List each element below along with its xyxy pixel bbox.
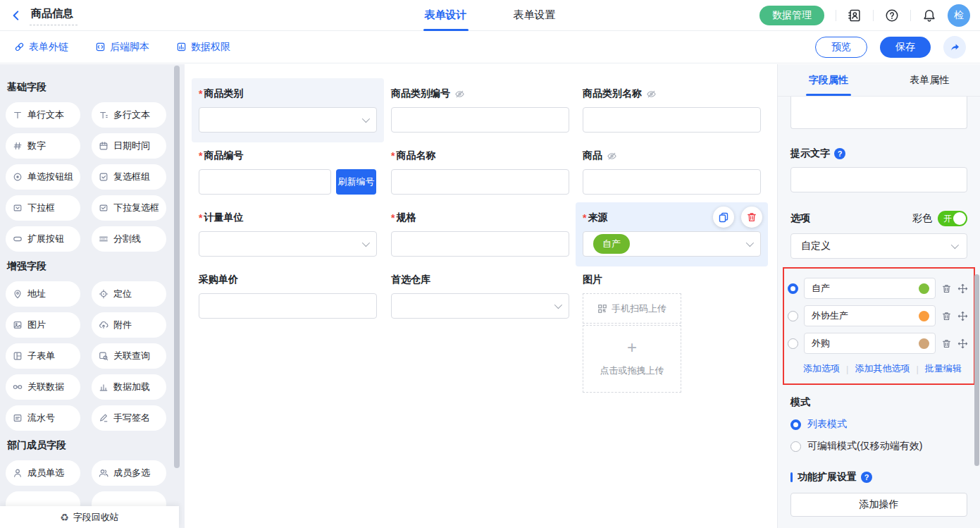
sidebar-item-signature[interactable]: 手写签名	[92, 405, 166, 431]
field-spec[interactable]: *规格	[384, 202, 576, 266]
form-title[interactable]: 商品信息	[30, 6, 77, 25]
share-icon[interactable]	[943, 36, 966, 59]
hint-text-input[interactable]	[790, 167, 967, 192]
sidebar-item-datetime[interactable]: 日期时间	[92, 133, 166, 159]
option-input[interactable]: 外协生产	[804, 305, 936, 326]
add-option-link[interactable]: 添加选项	[803, 362, 840, 375]
refresh-code-button[interactable]: 刷新编号	[336, 169, 376, 195]
mode-list[interactable]: 列表模式	[790, 418, 967, 431]
option-color-dot[interactable]	[919, 338, 929, 349]
warehouse-select[interactable]	[391, 293, 569, 319]
field-product[interactable]: 商品	[576, 140, 768, 204]
move-icon[interactable]	[957, 283, 968, 294]
notification-bell-icon[interactable]	[922, 8, 936, 23]
tab-form-design[interactable]: 表单设计	[425, 0, 467, 31]
trash-icon[interactable]	[941, 311, 952, 321]
product-code-input[interactable]	[199, 169, 331, 195]
unit-select[interactable]	[199, 231, 377, 257]
sidebar-item-linked-query[interactable]: 关联查询	[92, 343, 166, 369]
option-color-dot[interactable]	[919, 283, 929, 294]
sidebar-item-extend-button[interactable]: 扩展按钮	[6, 226, 80, 252]
sidebar-item-dropdown[interactable]: 下拉框	[6, 195, 80, 221]
sidebar-item-address[interactable]: 地址	[6, 281, 80, 307]
sidebar-item-number[interactable]: 数字	[6, 133, 80, 159]
data-permission-link[interactable]: 数据权限	[176, 41, 230, 54]
option-radio[interactable]	[788, 338, 798, 349]
data-manage-button[interactable]: 数据管理	[759, 6, 824, 25]
field-category-code[interactable]: 商品类别编号	[384, 78, 576, 142]
category-select[interactable]	[199, 107, 377, 133]
spec-input[interactable]	[391, 231, 569, 257]
field-recycle-bin[interactable]: ♻ 字段回收站	[0, 506, 179, 528]
field-unit[interactable]: *计量单位	[192, 202, 384, 266]
mode-radio[interactable]	[790, 441, 801, 452]
help-circle-icon[interactable]: ?	[861, 472, 872, 483]
sidebar-item-divider-line[interactable]: 分割线	[92, 226, 166, 252]
field-warehouse[interactable]: 首选仓库	[384, 264, 576, 329]
move-icon[interactable]	[957, 311, 968, 321]
sidebar-item-image[interactable]: 图片	[6, 312, 80, 338]
field-label: 商品	[583, 149, 602, 162]
sidebar-item-radio-group[interactable]: 单选按钮组	[6, 164, 80, 190]
move-icon[interactable]	[957, 338, 968, 349]
field-product-category[interactable]: *商品类别	[192, 78, 384, 142]
field-purchase-price[interactable]: 采购单价	[192, 264, 384, 329]
scan-upload-button[interactable]: 手机扫码上传	[583, 293, 681, 324]
tab-form-properties[interactable]: 表单属性	[879, 64, 980, 96]
product-name-input[interactable]	[391, 169, 569, 195]
help-icon[interactable]	[885, 8, 899, 23]
backend-script-link[interactable]: 后端脚本	[95, 41, 149, 54]
category-name-input[interactable]	[583, 107, 761, 133]
batch-edit-link[interactable]: 批量编辑	[925, 362, 962, 375]
sidebar-item-data-load[interactable]: 数据加载	[92, 374, 166, 400]
drop-upload-area[interactable]: + 点击或拖拽上传	[583, 325, 681, 393]
save-button[interactable]: 保存	[880, 37, 931, 58]
panel-scrollbar[interactable]	[974, 274, 979, 466]
preview-button[interactable]: 预览	[815, 37, 867, 58]
sidebar-item-checkbox-group[interactable]: 复选框组	[92, 164, 166, 190]
sidebar-item-dropdown-multi[interactable]: 下拉复选框	[92, 195, 166, 221]
category-code-input[interactable]	[391, 107, 569, 133]
field-source-selected[interactable]: *来源 自产	[576, 202, 768, 266]
product-input[interactable]	[583, 169, 761, 195]
option-color-dot[interactable]	[919, 311, 929, 321]
sidebar-item-serial-number[interactable]: 流水号	[6, 405, 80, 431]
tab-field-properties[interactable]: 字段属性	[778, 64, 879, 96]
mode-radio-selected[interactable]	[790, 419, 801, 430]
user-avatar[interactable]: 检	[948, 4, 970, 27]
color-toggle[interactable]: 开	[938, 211, 967, 226]
option-radio[interactable]	[788, 311, 798, 321]
option-radio-selected[interactable]	[788, 283, 798, 294]
field-image-upload[interactable]: 图片 手机扫码上传 + 点击或拖拽上传	[576, 264, 768, 403]
price-input[interactable]	[199, 293, 377, 319]
mode-editable[interactable]: 可编辑模式(仅移动端有效)	[790, 440, 967, 453]
sidebar-item-attachment[interactable]: 附件	[92, 312, 166, 338]
sidebar-item-member-multi[interactable]: 成员多选	[92, 460, 166, 486]
option-input[interactable]: 外购	[804, 333, 936, 354]
option-type-select[interactable]: 自定义	[790, 233, 967, 259]
add-action-button[interactable]: 添加操作	[790, 493, 967, 517]
back-icon[interactable]	[10, 9, 23, 22]
sidebar-item-subform[interactable]: 子表单	[6, 343, 80, 369]
option-input[interactable]: 自产	[804, 278, 936, 299]
sidebar-item-location[interactable]: 定位	[92, 281, 166, 307]
trash-icon[interactable]	[941, 283, 952, 294]
sidebar-item-multi-line-text[interactable]: 多行文本	[92, 102, 166, 128]
field-product-code[interactable]: *商品编号 刷新编号	[192, 140, 384, 204]
tab-form-settings[interactable]: 表单设置	[514, 0, 556, 31]
add-other-option-link[interactable]: 添加其他选项	[855, 362, 910, 375]
sidebar-scrollbar[interactable]	[174, 66, 180, 468]
trash-icon[interactable]	[941, 338, 952, 349]
delete-field-icon[interactable]	[741, 207, 762, 228]
sidebar-item-linked-data[interactable]: 关联数据	[6, 374, 80, 400]
address-book-icon[interactable]	[848, 8, 862, 23]
source-select[interactable]: 自产	[583, 231, 761, 257]
field-title-input-partial[interactable]	[790, 97, 967, 129]
field-product-name[interactable]: *商品名称	[384, 140, 576, 204]
sidebar-item-single-line-text[interactable]: 单行文本	[6, 102, 80, 128]
sidebar-item-member-single[interactable]: 成员单选	[6, 460, 80, 486]
help-circle-icon[interactable]: ?	[834, 148, 845, 159]
copy-field-icon[interactable]	[713, 207, 734, 228]
form-external-link[interactable]: 表单外链	[14, 41, 68, 54]
field-category-name[interactable]: 商品类别名称	[576, 78, 768, 142]
